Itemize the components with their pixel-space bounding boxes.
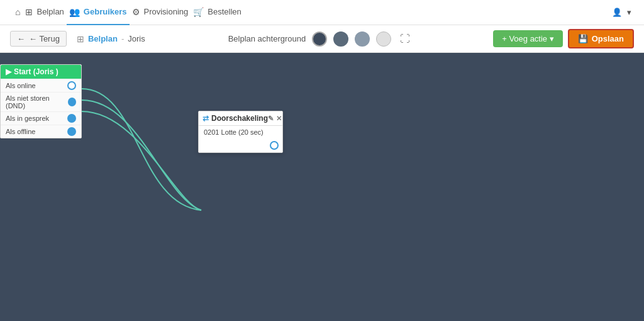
port-gesprek[interactable]	[67, 114, 76, 123]
back-label: ← Terug	[29, 34, 60, 43]
start-row-label-online: Als online	[6, 82, 36, 89]
nav-provisioning[interactable]: ⚙ Provisioning	[130, 0, 191, 25]
door-delete-icon[interactable]: ✕	[276, 115, 282, 123]
door-node-header: ⇄ Doorschakeling ✎ ✕	[199, 111, 282, 126]
door-edit-icon[interactable]: ✎	[268, 115, 274, 123]
start-node[interactable]: ▶ Start (Joris ) Als online Als niet sto…	[0, 64, 82, 138]
breadcrumb-name: Belplan	[88, 34, 118, 43]
top-nav: ⌂ ⊞ Belplan 👥 Gebruikers ⚙ Provisioning …	[0, 0, 644, 25]
canvas-area: ▶ Start (Joris ) Als online Als niet sto…	[0, 53, 644, 321]
port-offline[interactable]	[67, 127, 76, 136]
nav-bestellen[interactable]: 🛒 Bestellen	[191, 0, 243, 25]
door-node-icon: ⇄	[203, 114, 209, 123]
toolbar-right: + Voeg actie ▾ 💾 Opslaan	[493, 29, 634, 48]
start-row-label-dnd: Als niet storen (DND)	[6, 94, 68, 110]
door-node-footer	[199, 138, 282, 152]
nav-gebruikers-label: Gebruikers	[84, 7, 127, 16]
breadcrumb-sub: Joris	[128, 34, 145, 43]
color-swatch-light[interactable]	[355, 31, 370, 47]
start-node-title: Start (Joris )	[14, 67, 58, 76]
user-dropdown-arrow: ▾	[627, 8, 631, 17]
start-node-row-gesprek: Als in gesprek	[1, 111, 81, 125]
nav-belplan-label: Belplan	[36, 7, 64, 16]
back-arrow-icon: ←	[17, 34, 25, 43]
breadcrumb: ⊞ Belplan - Joris	[77, 34, 145, 44]
door-node[interactable]: ⇄ Doorschakeling ✎ ✕ 0201 Lotte (20 sec)	[198, 111, 283, 153]
start-node-row-offline: Als offline	[1, 125, 81, 138]
start-icon: ▶	[6, 67, 11, 76]
nav-items: ⌂ ⊞ Belplan 👥 Gebruikers ⚙ Provisioning …	[13, 0, 244, 25]
color-swatch-medium[interactable]	[333, 31, 348, 47]
start-node-row-online: Als online	[1, 79, 81, 92]
toolbar-center: Belplan achterground ⛶	[228, 31, 411, 47]
save-label: Opslaan	[592, 34, 624, 43]
save-icon: 💾	[578, 34, 588, 43]
door-node-body: 0201 Lotte (20 sec)	[199, 126, 282, 138]
start-node-row-dnd: Als niet storen (DND)	[1, 92, 81, 111]
port-dnd[interactable]	[68, 98, 76, 106]
start-row-label-gesprek: Als in gesprek	[6, 115, 49, 122]
port-online[interactable]	[67, 81, 76, 90]
background-label: Belplan achterground	[228, 34, 306, 43]
provisioning-icon: ⚙	[132, 7, 140, 17]
nav-gebruikers[interactable]: 👥 Gebruikers	[67, 0, 130, 25]
breadcrumb-separator: -	[121, 34, 124, 43]
door-node-port[interactable]	[270, 141, 279, 150]
bestellen-icon: 🛒	[193, 7, 204, 17]
expand-icon[interactable]: ⛶	[400, 33, 410, 45]
breadcrumb-icon: ⊞	[77, 34, 84, 44]
gebruikers-icon: 👥	[69, 7, 80, 17]
start-node-header: ▶ Start (Joris )	[1, 65, 81, 79]
toolbar: ← ← Terug ⊞ Belplan - Joris Belplan acht…	[0, 25, 644, 53]
start-row-label-offline: Als offline	[6, 128, 36, 135]
nav-belplan[interactable]: ⊞ Belplan	[23, 0, 66, 25]
home-icon: ⌂	[15, 7, 20, 17]
color-swatch-dark[interactable]	[312, 31, 327, 47]
nav-home[interactable]: ⌂	[13, 0, 23, 25]
toolbar-left: ← ← Terug ⊞ Belplan - Joris	[10, 31, 145, 47]
door-node-title: Doorschakeling	[211, 114, 268, 123]
user-menu[interactable]: 👤 ▾	[612, 8, 631, 17]
nav-bestellen-label: Bestellen	[208, 7, 241, 16]
belplan-icon: ⊞	[25, 7, 33, 17]
door-node-content: 0201 Lotte (20 sec)	[204, 128, 264, 136]
user-icon: 👤	[612, 8, 622, 17]
door-node-actions: ✎ ✕	[268, 115, 282, 123]
nav-provisioning-label: Provisioning	[144, 7, 189, 16]
color-swatch-white[interactable]	[376, 31, 391, 47]
add-action-button[interactable]: + Voeg actie ▾	[493, 30, 563, 47]
add-action-label: + Voeg actie ▾	[502, 34, 554, 43]
save-button[interactable]: 💾 Opslaan	[568, 29, 634, 48]
back-button[interactable]: ← ← Terug	[10, 31, 67, 47]
connector-svg	[0, 53, 644, 321]
door-node-header-left: ⇄ Doorschakeling	[203, 114, 268, 123]
